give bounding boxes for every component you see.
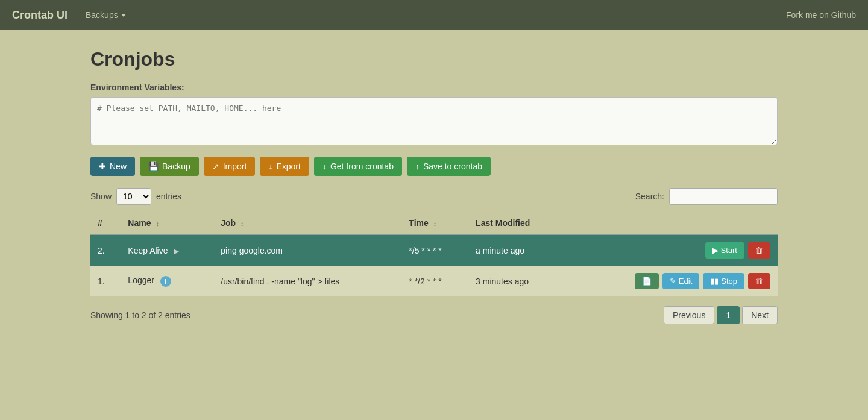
search-input[interactable] xyxy=(669,188,778,205)
col-time-label: Time xyxy=(409,218,428,228)
fork-link[interactable]: Fork me on Github xyxy=(786,10,856,20)
row-last-modified: a minute ago xyxy=(468,234,565,266)
row-time: */5 * * * * xyxy=(401,234,468,266)
env-textarea[interactable] xyxy=(90,97,778,145)
plus-icon: ✚ xyxy=(99,161,106,171)
table-body: 2. Keep Alive ▶ ping google.com */5 * * … xyxy=(90,234,778,296)
save-icon: ↑ xyxy=(415,161,420,171)
new-button[interactable]: ✚ New xyxy=(90,157,135,176)
backups-menu: Backups xyxy=(80,7,132,23)
start-button[interactable]: ▶ Start xyxy=(705,242,744,259)
delete-button[interactable]: 🗑 xyxy=(748,242,770,259)
col-job[interactable]: Job ↕ xyxy=(213,212,401,234)
edit-icon: ✎ xyxy=(670,277,676,286)
cursor-icon: ▶ xyxy=(174,247,179,255)
delete-button[interactable]: 🗑 xyxy=(748,273,770,289)
col-last-modified-label: Last Modified xyxy=(476,218,530,228)
import-icon: ↗ xyxy=(212,161,219,171)
row-last-modified: 3 minutes ago xyxy=(468,266,565,296)
new-label: New xyxy=(110,161,127,171)
col-time[interactable]: Time ↕ xyxy=(401,212,468,234)
brand-link[interactable]: Crontab UI xyxy=(12,9,68,22)
search-box: Search: xyxy=(635,188,778,205)
name-sort-icon: ↕ xyxy=(156,220,159,227)
trash-icon: 🗑 xyxy=(755,277,763,286)
save-label: Save to crontab xyxy=(423,161,482,171)
table-row: 1. Logger i /usr/bin/find . -name "log" … xyxy=(90,266,778,296)
stop-button[interactable]: ▮▮ Stop xyxy=(703,273,744,289)
action-buttons: ▶ Start 🗑 xyxy=(573,242,770,259)
entries-label: entries xyxy=(156,192,181,201)
log-button[interactable]: 📄 xyxy=(635,273,659,289)
entries-select[interactable]: 10 25 50 100 xyxy=(116,188,151,205)
get-label: Get from crontab xyxy=(330,161,394,171)
backups-button[interactable]: Backups xyxy=(80,7,132,23)
action-buttons: 📄 ✎ Edit ▮▮ Stop 🗑 xyxy=(573,273,770,289)
row-job: /usr/bin/find . -name "log" > files xyxy=(213,266,401,296)
backups-label: Backups xyxy=(86,10,118,20)
show-label: Show xyxy=(90,192,112,201)
trash-icon: 🗑 xyxy=(755,246,763,255)
row-number: 1. xyxy=(90,266,121,296)
get-from-crontab-button[interactable]: ↓ Get from crontab xyxy=(314,157,402,176)
col-name[interactable]: Name ↕ xyxy=(121,212,213,234)
table-controls: Show 10 25 50 100 entries Search: xyxy=(90,188,778,205)
col-name-label: Name xyxy=(128,218,151,228)
page-1-button[interactable]: 1 xyxy=(717,306,740,324)
edit-button[interactable]: ✎ Edit xyxy=(662,273,699,289)
play-icon: ▶ xyxy=(712,246,719,255)
col-actions xyxy=(565,212,778,234)
navbar: Crontab UI Backups Fork me on Github xyxy=(0,0,868,30)
header-row: # Name ↕ Job ↕ Time ↕ Last Modified xyxy=(90,212,778,234)
backup-icon: 💾 xyxy=(148,161,159,171)
env-label: Environment Variables: xyxy=(90,83,778,92)
showing-info: Showing 1 to 2 of 2 entries xyxy=(90,310,190,320)
table-row: 2. Keep Alive ▶ ping google.com */5 * * … xyxy=(90,234,778,266)
previous-button[interactable]: Previous xyxy=(664,306,714,324)
toolbar: ✚ New 💾 Backup ↗ Import ↓ Export ↓ Get f… xyxy=(90,157,778,176)
export-icon: ↓ xyxy=(268,161,272,171)
navbar-left: Crontab UI Backups xyxy=(12,7,132,23)
show-entries: Show 10 25 50 100 entries xyxy=(90,188,181,205)
row-number: 2. xyxy=(90,234,121,266)
log-icon: 📄 xyxy=(642,277,652,286)
col-number-label: # xyxy=(98,218,102,228)
row-job: ping google.com xyxy=(213,234,401,266)
backup-label: Backup xyxy=(162,161,190,171)
row-name: Keep Alive ▶ xyxy=(121,234,213,266)
next-button[interactable]: Next xyxy=(742,306,778,324)
stop-icon: ▮▮ xyxy=(710,277,719,286)
table-header: # Name ↕ Job ↕ Time ↕ Last Modified xyxy=(90,212,778,234)
data-table: # Name ↕ Job ↕ Time ↕ Last Modified xyxy=(90,212,778,296)
pagination-area: Showing 1 to 2 of 2 entries Previous 1 N… xyxy=(90,306,778,324)
col-job-label: Job xyxy=(221,218,236,228)
search-label: Search: xyxy=(635,192,664,201)
col-number[interactable]: # xyxy=(90,212,121,234)
import-button[interactable]: ↗ Import xyxy=(204,157,256,176)
export-button[interactable]: ↓ Export xyxy=(260,157,309,176)
export-label: Export xyxy=(276,161,300,171)
get-icon: ↓ xyxy=(322,161,327,171)
row-actions: 📄 ✎ Edit ▮▮ Stop 🗑 xyxy=(565,266,778,296)
backups-caret-icon xyxy=(121,14,126,17)
row-name: Logger i xyxy=(121,266,213,296)
main-content: Cronjobs Environment Variables: ✚ New 💾 … xyxy=(0,30,868,342)
pagination: Previous 1 Next xyxy=(664,306,778,324)
col-last-modified[interactable]: Last Modified xyxy=(468,212,565,234)
page-title: Cronjobs xyxy=(90,48,778,71)
info-icon[interactable]: i xyxy=(160,276,171,287)
row-time: * */2 * * * xyxy=(401,266,468,296)
time-sort-icon: ↕ xyxy=(433,220,437,227)
backup-button[interactable]: 💾 Backup xyxy=(140,157,199,176)
job-sort-icon: ↕ xyxy=(241,220,244,227)
import-label: Import xyxy=(223,161,247,171)
row-actions: ▶ Start 🗑 xyxy=(565,234,778,266)
save-to-crontab-button[interactable]: ↑ Save to crontab xyxy=(407,157,491,176)
